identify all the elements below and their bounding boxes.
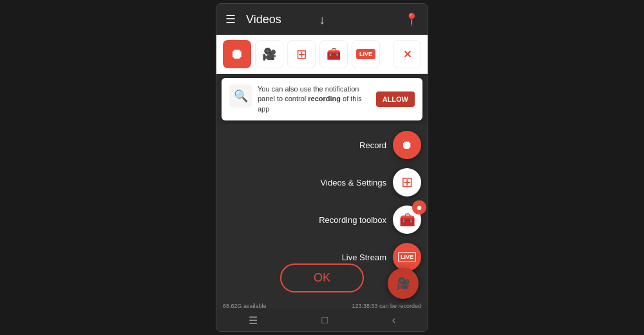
notification-text: You can also use the notification panel … — [258, 84, 371, 114]
phone-body: ☰ Videos ↓ 📍 ⏺ 🎥 ⊞ 🧰 LIVE ✕ — [216, 4, 428, 331]
fab-live-label: Live Stream — [342, 253, 386, 262]
nav-back-icon[interactable]: ‹ — [392, 314, 395, 326]
fab-menu: Record ⏺ Videos & Settings ⊞ — [319, 131, 421, 271]
fab-toolbox-overlay-icon: ⏺ — [416, 204, 422, 211]
toolbar-grid-btn[interactable]: ⊞ — [287, 40, 316, 68]
header: ☰ Videos ↓ 📍 — [216, 4, 428, 35]
fab-record-btn[interactable]: ⏺ — [393, 131, 421, 159]
nav-menu-icon[interactable]: ☰ — [249, 314, 258, 327]
fab-grid-icon: ⊞ — [401, 174, 413, 191]
toolbox-icon: 🧰 — [327, 47, 341, 61]
fab-live-badge: LIVE — [398, 252, 416, 262]
storage-status: 68.62G available — [223, 303, 267, 309]
fab-item-record[interactable]: Record ⏺ — [359, 131, 421, 159]
grid-icon: ⊞ — [296, 46, 307, 62]
phone-frame: ☰ Videos ↓ 📍 ⏺ 🎥 ⊞ 🧰 LIVE ✕ — [216, 3, 428, 332]
live-badge: LIVE — [356, 49, 375, 59]
fab-toolbox-label: Recording toolbox — [319, 215, 386, 225]
nav-home-icon[interactable]: □ — [321, 314, 328, 326]
fab-record-label: Record — [359, 140, 386, 150]
recording-time: 123:38:53 can be recorded — [352, 303, 421, 309]
download-icon: ↓ — [319, 12, 325, 27]
fab-item-recording-toolbox[interactable]: Recording toolbox 🧰 ⏺ — [319, 206, 421, 234]
notif-text-bold: recording — [308, 95, 341, 102]
fab-live-btn[interactable]: LIVE — [393, 243, 421, 271]
ok-button[interactable]: OK — [280, 263, 364, 292]
close-icon: ✕ — [403, 48, 412, 61]
bottom-status: 68.62G available 123:38:53 can be record… — [223, 303, 421, 309]
toolbar-close-btn[interactable]: ✕ — [393, 40, 421, 68]
bottom-record-button[interactable]: 🎥 — [388, 268, 419, 299]
notif-app-icon: 🔍 — [229, 84, 252, 108]
record-icon: ⏺ — [230, 46, 244, 62]
ok-button-wrap: OK — [280, 263, 364, 292]
toolbar: ⏺ 🎥 ⊞ 🧰 LIVE ✕ — [216, 35, 428, 74]
toolbar-video-btn[interactable]: 🎥 — [255, 40, 283, 68]
fab-videos-settings-btn[interactable]: ⊞ — [393, 168, 421, 196]
allow-button[interactable]: ALLOW — [376, 91, 415, 107]
notification-banner: 🔍 You can also use the notification pane… — [222, 78, 422, 120]
fab-toolbox-overlay: ⏺ — [412, 200, 426, 215]
fab-toolbox-icon: 🧰 — [399, 212, 415, 227]
menu-icon[interactable]: ☰ — [225, 12, 236, 26]
pin-icon: 📍 — [404, 12, 419, 26]
header-title: Videos — [246, 13, 281, 26]
search-eq-icon: 🔍 — [234, 89, 248, 103]
toolbar-record-btn[interactable]: ⏺ — [223, 40, 251, 68]
nav-bar: ☰ □ ‹ — [216, 309, 428, 331]
toolbar-live-btn[interactable]: LIVE — [352, 40, 380, 68]
content-area: Record ⏺ Videos & Settings ⊞ — [216, 124, 428, 331]
video-icon: 🎥 — [262, 47, 276, 61]
fab-record-icon: ⏺ — [401, 139, 413, 152]
toolbar-toolbox-btn[interactable]: 🧰 — [319, 40, 348, 68]
bottom-record-icon: 🎥 — [396, 276, 410, 291]
fab-item-videos-settings[interactable]: Videos & Settings ⊞ — [321, 168, 421, 196]
spacer-area: Record ⏺ Videos & Settings ⊞ — [216, 124, 428, 331]
fab-videos-settings-label: Videos & Settings — [321, 178, 386, 187]
